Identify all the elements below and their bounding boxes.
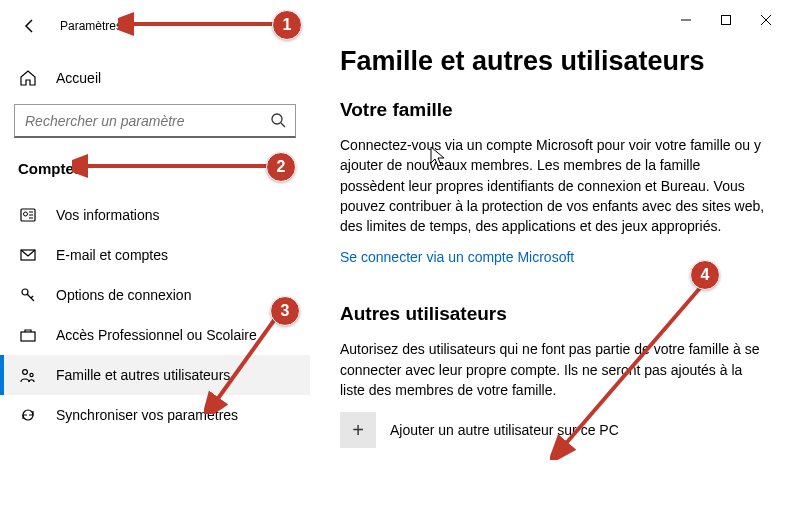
app-title: Paramètres <box>60 19 122 33</box>
maximize-icon <box>720 14 732 26</box>
svg-line-9 <box>27 294 34 301</box>
family-icon <box>18 365 38 385</box>
svg-line-20 <box>214 312 280 404</box>
svg-point-3 <box>24 212 28 216</box>
mail-icon <box>18 245 38 265</box>
nav-label: Options de connexion <box>56 287 191 303</box>
user-icon <box>18 205 38 225</box>
svg-rect-15 <box>722 16 731 25</box>
annotation-badge-2: 2 <box>266 152 296 182</box>
svg-point-0 <box>272 114 282 124</box>
nav-home[interactable]: Accueil <box>0 58 310 98</box>
family-body: Connectez-vous via un compte Microsoft p… <box>340 135 768 236</box>
family-heading: Votre famille <box>340 99 768 121</box>
search-box[interactable] <box>14 104 296 138</box>
annotation-badge-3: 3 <box>270 296 300 326</box>
briefcase-icon <box>18 325 38 345</box>
close-button[interactable] <box>746 6 786 34</box>
svg-point-12 <box>23 370 28 375</box>
svg-line-10 <box>31 296 33 298</box>
back-button[interactable] <box>18 14 42 38</box>
nav-label: Vos informations <box>56 207 160 223</box>
close-icon <box>760 14 772 26</box>
nav-home-label: Accueil <box>56 70 101 86</box>
sidebar: Paramètres Accueil Comptes Vos informati… <box>0 0 310 522</box>
nav-label: E-mail et comptes <box>56 247 168 263</box>
nav-email[interactable]: E-mail et comptes <box>0 235 310 275</box>
signin-link[interactable]: Se connecter via un compte Microsoft <box>340 249 574 265</box>
key-icon <box>18 285 38 305</box>
search-input[interactable] <box>14 104 296 138</box>
minimize-icon <box>680 14 692 26</box>
svg-line-1 <box>281 123 285 127</box>
cursor-icon <box>430 146 448 168</box>
plus-icon: + <box>340 412 376 448</box>
window-controls <box>666 6 786 34</box>
annotation-arrow-1 <box>118 12 278 36</box>
annotation-badge-1: 1 <box>272 10 302 40</box>
maximize-button[interactable] <box>706 6 746 34</box>
svg-line-21 <box>562 288 700 448</box>
svg-rect-11 <box>21 332 35 341</box>
page-title: Famille et autres utilisateurs <box>340 46 768 77</box>
sync-icon <box>18 405 38 425</box>
arrow-left-icon <box>22 18 38 34</box>
svg-point-13 <box>30 373 33 376</box>
search-icon <box>270 112 286 128</box>
annotation-badge-4: 4 <box>690 260 720 290</box>
home-icon <box>18 68 38 88</box>
minimize-button[interactable] <box>666 6 706 34</box>
annotation-arrow-4 <box>550 280 720 460</box>
nav-your-info[interactable]: Vos informations <box>0 195 310 235</box>
annotation-arrow-2 <box>72 154 272 178</box>
